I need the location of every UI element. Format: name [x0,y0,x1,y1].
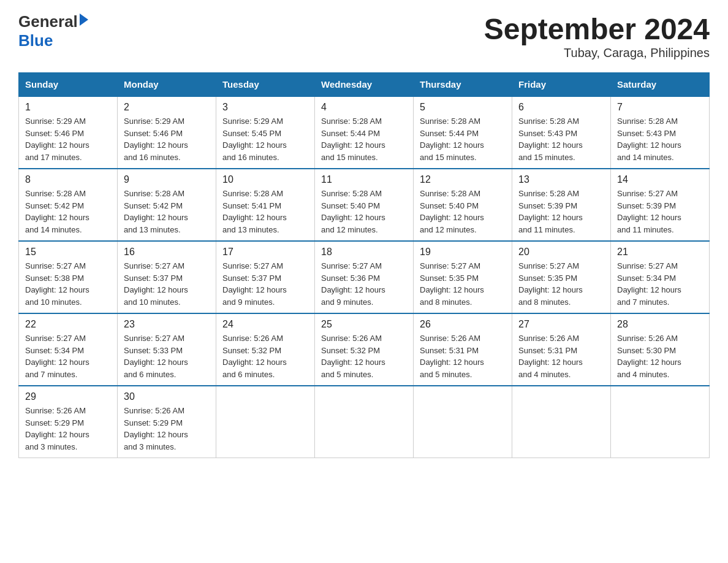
calendar-cell: 22Sunrise: 5:27 AMSunset: 5:34 PMDayligh… [19,313,118,386]
day-number: 23 [124,319,210,330]
day-info: Sunrise: 5:27 AMSunset: 5:37 PMDaylight:… [222,260,308,308]
calendar-cell: 2Sunrise: 5:29 AMSunset: 5:46 PMDaylight… [118,96,216,169]
day-number: 24 [222,319,308,330]
calendar-cell: 5Sunrise: 5:28 AMSunset: 5:44 PMDaylight… [414,96,512,169]
calendar-cell: 4Sunrise: 5:28 AMSunset: 5:44 PMDaylight… [315,96,414,169]
calendar-cell: 18Sunrise: 5:27 AMSunset: 5:36 PMDayligh… [315,241,414,313]
day-info: Sunrise: 5:27 AMSunset: 5:37 PMDaylight:… [124,260,210,308]
week-row-1: 1Sunrise: 5:29 AMSunset: 5:46 PMDaylight… [19,96,710,169]
week-row-5: 29Sunrise: 5:26 AMSunset: 5:29 PMDayligh… [19,386,710,458]
calendar-cell: 15Sunrise: 5:27 AMSunset: 5:38 PMDayligh… [19,241,118,313]
logo: General Blue [18,12,88,50]
day-number: 30 [124,391,210,402]
calendar-cell: 29Sunrise: 5:26 AMSunset: 5:29 PMDayligh… [19,386,118,458]
day-number: 19 [420,247,506,258]
title-section: September 2024 Tubay, Caraga, Philippine… [484,12,710,60]
day-number: 27 [518,319,604,330]
day-info: Sunrise: 5:28 AMSunset: 5:44 PMDaylight:… [420,115,506,163]
calendar-cell: 28Sunrise: 5:26 AMSunset: 5:30 PMDayligh… [611,313,710,386]
calendar-cell [414,386,512,458]
calendar-cell: 19Sunrise: 5:27 AMSunset: 5:35 PMDayligh… [414,241,512,313]
calendar-cell: 23Sunrise: 5:27 AMSunset: 5:33 PMDayligh… [118,313,216,386]
header-friday: Friday [512,73,611,97]
calendar-cell: 16Sunrise: 5:27 AMSunset: 5:37 PMDayligh… [118,241,216,313]
calendar-cell: 24Sunrise: 5:26 AMSunset: 5:32 PMDayligh… [216,313,315,386]
calendar-cell [611,386,710,458]
day-number: 18 [321,247,407,258]
day-info: Sunrise: 5:26 AMSunset: 5:32 PMDaylight:… [222,332,308,380]
calendar-cell: 9Sunrise: 5:28 AMSunset: 5:42 PMDaylight… [118,169,216,241]
day-number: 10 [222,174,308,185]
calendar-cell: 8Sunrise: 5:28 AMSunset: 5:42 PMDaylight… [19,169,118,241]
day-number: 7 [617,102,703,113]
day-info: Sunrise: 5:28 AMSunset: 5:43 PMDaylight:… [617,115,703,163]
calendar-header-row: SundayMondayTuesdayWednesdayThursdayFrid… [19,73,710,97]
logo-blue-text: Blue [18,31,53,50]
day-info: Sunrise: 5:26 AMSunset: 5:29 PMDaylight:… [25,405,111,453]
calendar-cell: 3Sunrise: 5:29 AMSunset: 5:45 PMDaylight… [216,96,315,169]
day-number: 5 [420,102,506,113]
day-info: Sunrise: 5:27 AMSunset: 5:34 PMDaylight:… [617,260,703,308]
calendar-cell: 17Sunrise: 5:27 AMSunset: 5:37 PMDayligh… [216,241,315,313]
day-number: 22 [25,319,111,330]
day-info: Sunrise: 5:28 AMSunset: 5:40 PMDaylight:… [420,188,506,236]
day-info: Sunrise: 5:28 AMSunset: 5:42 PMDaylight:… [124,188,210,236]
header-thursday: Thursday [414,73,512,97]
day-number: 8 [25,174,111,185]
day-info: Sunrise: 5:28 AMSunset: 5:41 PMDaylight:… [222,188,308,236]
header-saturday: Saturday [611,73,710,97]
day-info: Sunrise: 5:28 AMSunset: 5:42 PMDaylight:… [25,188,111,236]
calendar-title: September 2024 [484,12,710,46]
day-info: Sunrise: 5:26 AMSunset: 5:30 PMDaylight:… [617,332,703,380]
calendar-cell: 11Sunrise: 5:28 AMSunset: 5:40 PMDayligh… [315,169,414,241]
day-info: Sunrise: 5:28 AMSunset: 5:43 PMDaylight:… [518,115,604,163]
day-info: Sunrise: 5:28 AMSunset: 5:40 PMDaylight:… [321,188,407,236]
day-number: 1 [25,102,111,113]
day-number: 14 [617,174,703,185]
day-number: 21 [617,247,703,258]
day-info: Sunrise: 5:27 AMSunset: 5:39 PMDaylight:… [617,188,703,236]
day-number: 13 [518,174,604,185]
calendar-cell: 6Sunrise: 5:28 AMSunset: 5:43 PMDaylight… [512,96,611,169]
day-number: 12 [420,174,506,185]
calendar-cell: 10Sunrise: 5:28 AMSunset: 5:41 PMDayligh… [216,169,315,241]
day-number: 16 [124,247,210,258]
calendar-cell: 30Sunrise: 5:26 AMSunset: 5:29 PMDayligh… [118,386,216,458]
calendar-cell: 27Sunrise: 5:26 AMSunset: 5:31 PMDayligh… [512,313,611,386]
day-number: 9 [124,174,210,185]
day-info: Sunrise: 5:26 AMSunset: 5:31 PMDaylight:… [420,332,506,380]
calendar-cell: 26Sunrise: 5:26 AMSunset: 5:31 PMDayligh… [414,313,512,386]
header-sunday: Sunday [19,73,118,97]
calendar-cell [216,386,315,458]
calendar-cell: 14Sunrise: 5:27 AMSunset: 5:39 PMDayligh… [611,169,710,241]
day-number: 4 [321,102,407,113]
header-tuesday: Tuesday [216,73,315,97]
day-info: Sunrise: 5:29 AMSunset: 5:45 PMDaylight:… [222,115,308,163]
day-info: Sunrise: 5:26 AMSunset: 5:32 PMDaylight:… [321,332,407,380]
logo-triangle-icon [80,13,88,26]
day-info: Sunrise: 5:29 AMSunset: 5:46 PMDaylight:… [25,115,111,163]
calendar-cell: 21Sunrise: 5:27 AMSunset: 5:34 PMDayligh… [611,241,710,313]
day-info: Sunrise: 5:28 AMSunset: 5:44 PMDaylight:… [321,115,407,163]
day-info: Sunrise: 5:27 AMSunset: 5:38 PMDaylight:… [25,260,111,308]
calendar-cell: 13Sunrise: 5:28 AMSunset: 5:39 PMDayligh… [512,169,611,241]
day-info: Sunrise: 5:26 AMSunset: 5:29 PMDaylight:… [124,405,210,453]
day-info: Sunrise: 5:27 AMSunset: 5:33 PMDaylight:… [124,332,210,380]
calendar-cell: 12Sunrise: 5:28 AMSunset: 5:40 PMDayligh… [414,169,512,241]
calendar-cell [315,386,414,458]
day-number: 3 [222,102,308,113]
calendar-subtitle: Tubay, Caraga, Philippines [484,46,710,60]
day-info: Sunrise: 5:26 AMSunset: 5:31 PMDaylight:… [518,332,604,380]
day-info: Sunrise: 5:27 AMSunset: 5:35 PMDaylight:… [420,260,506,308]
header-monday: Monday [118,73,216,97]
calendar-cell [512,386,611,458]
calendar-cell: 20Sunrise: 5:27 AMSunset: 5:35 PMDayligh… [512,241,611,313]
header-wednesday: Wednesday [315,73,414,97]
day-info: Sunrise: 5:28 AMSunset: 5:39 PMDaylight:… [518,188,604,236]
day-number: 29 [25,391,111,402]
calendar-table: SundayMondayTuesdayWednesdayThursdayFrid… [18,72,710,458]
day-number: 25 [321,319,407,330]
week-row-4: 22Sunrise: 5:27 AMSunset: 5:34 PMDayligh… [19,313,710,386]
day-info: Sunrise: 5:27 AMSunset: 5:34 PMDaylight:… [25,332,111,380]
day-number: 26 [420,319,506,330]
